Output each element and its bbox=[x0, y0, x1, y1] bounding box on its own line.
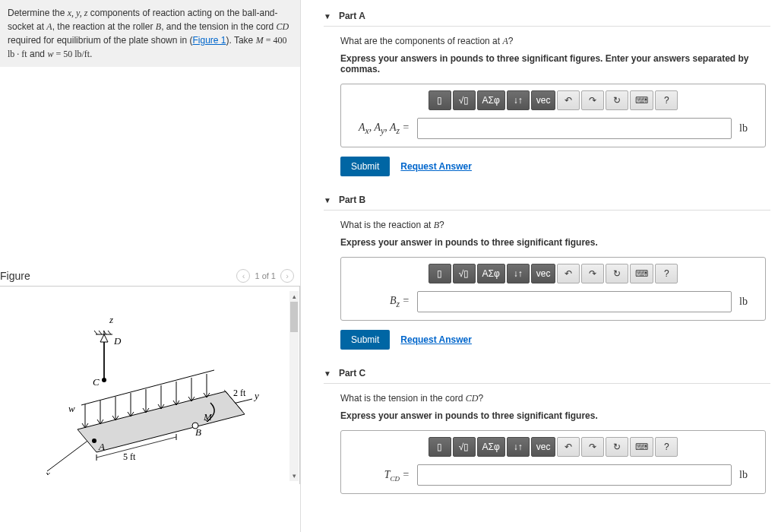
figure-counter: 1 of 1 bbox=[255, 271, 276, 280]
part-a-input-panel: ▯ √▯ ΑΣφ ↓↑ vec ↶ ↷ ↻ ⌨ ? Ax, Ay, Az = l… bbox=[340, 84, 766, 147]
figure-scrollbar[interactable]: ▴ ▾ bbox=[289, 291, 299, 481]
redo-button[interactable]: ↷ bbox=[581, 437, 604, 457]
figure-header: Figure ‹ 1 of 1 › bbox=[0, 264, 300, 287]
txt: and bbox=[27, 49, 48, 59]
label-C: C bbox=[93, 376, 100, 388]
sqrt-frac-button[interactable]: √▯ bbox=[453, 437, 476, 457]
dim-2ft: 2 ft bbox=[233, 388, 246, 398]
answer-row: Ax, Ay, Az = lb bbox=[349, 118, 757, 139]
answer-unit: lb bbox=[739, 296, 757, 308]
part-a-header[interactable]: ▼ Part A bbox=[324, 6, 770, 27]
answer-variable-label: TCD = bbox=[349, 469, 410, 481]
submit-button[interactable]: Submit bbox=[340, 157, 390, 176]
label-A: A bbox=[98, 441, 105, 452]
answer-input[interactable] bbox=[417, 291, 732, 312]
subscript-arrows-button[interactable]: ↓↑ bbox=[507, 264, 530, 283]
figure-svg: x y z D C w A B M 5 ft 2 ft bbox=[24, 300, 275, 475]
answer-input[interactable] bbox=[417, 464, 732, 486]
greek-button[interactable]: ΑΣφ bbox=[477, 264, 505, 283]
help-button[interactable]: ? bbox=[655, 264, 678, 283]
figure-container: x y z D C w A B M 5 ft 2 ft ▴ ▾ bbox=[0, 287, 300, 484]
undo-button[interactable]: ↶ bbox=[557, 90, 580, 110]
part-a-question: What are the components of reaction at A… bbox=[340, 36, 770, 47]
vec-button[interactable]: vec bbox=[531, 90, 556, 110]
part-b-body: What is the reaction at B? Express your … bbox=[324, 211, 770, 357]
greek-button[interactable]: ΑΣφ bbox=[477, 90, 505, 110]
template-button[interactable]: ▯ bbox=[429, 437, 451, 457]
svg-point-22 bbox=[92, 439, 96, 443]
label-D: D bbox=[113, 335, 122, 347]
vec-button[interactable]: vec bbox=[531, 264, 556, 283]
figure-nav: ‹ 1 of 1 › bbox=[236, 269, 294, 283]
label-M: M bbox=[203, 411, 213, 423]
answer-unit: lb bbox=[739, 469, 757, 481]
scroll-down-icon[interactable]: ▾ bbox=[289, 470, 299, 481]
part-b-title: Part B bbox=[339, 195, 365, 205]
template-button[interactable]: ▯ bbox=[429, 90, 451, 110]
fig-prev-button[interactable]: ‹ bbox=[236, 269, 250, 283]
reset-button[interactable]: ↻ bbox=[606, 437, 628, 457]
undo-button[interactable]: ↶ bbox=[557, 264, 580, 283]
subscript-arrows-button[interactable]: ↓↑ bbox=[507, 437, 530, 457]
part-b-header[interactable]: ▼ Part B bbox=[324, 190, 770, 211]
undo-button[interactable]: ↶ bbox=[557, 437, 580, 457]
svg-line-21 bbox=[108, 331, 111, 334]
answer-variable-label: Bz = bbox=[349, 295, 410, 309]
right-column: ▼ Part A What are the components of reac… bbox=[300, 0, 778, 532]
answer-variable-label: Ax, Ay, Az = bbox=[349, 122, 410, 136]
left-column: Determine the x, y, z components of reac… bbox=[0, 0, 300, 532]
axis-x-label: x bbox=[45, 468, 50, 475]
part-b-question: What is the reaction at B? bbox=[340, 220, 770, 231]
sqrt-frac-button[interactable]: √▯ bbox=[453, 264, 476, 283]
part-b-input-panel: ▯ √▯ ΑΣφ ↓↑ vec ↶ ↷ ↻ ⌨ ? Bz = lb bbox=[340, 257, 766, 321]
answer-input[interactable] bbox=[417, 118, 732, 139]
template-button[interactable]: ▯ bbox=[429, 264, 451, 283]
submit-button[interactable]: Submit bbox=[340, 330, 390, 350]
collapse-icon: ▼ bbox=[324, 369, 331, 378]
sqrt-frac-button[interactable]: √▯ bbox=[453, 90, 476, 110]
greek-button[interactable]: ΑΣφ bbox=[477, 437, 505, 457]
svg-marker-16 bbox=[100, 334, 108, 342]
subscript-arrows-button[interactable]: ↓↑ bbox=[507, 90, 530, 110]
figure-link[interactable]: Figure 1 bbox=[192, 35, 226, 46]
answer-toolbar: ▯ √▯ ΑΣφ ↓↑ vec ↶ ↷ ↻ ⌨ ? bbox=[349, 437, 757, 457]
scroll-thumb[interactable] bbox=[290, 302, 298, 332]
part-b-instructions: Express your answer in pounds to three s… bbox=[340, 237, 770, 248]
part-c-header[interactable]: ▼ Part C bbox=[324, 363, 770, 384]
part-c-instructions: Express your answer in pounds to three s… bbox=[340, 410, 770, 421]
reset-button[interactable]: ↻ bbox=[606, 90, 628, 110]
keyboard-button[interactable]: ⌨ bbox=[630, 90, 653, 110]
svg-line-18 bbox=[94, 331, 97, 334]
redo-button[interactable]: ↷ bbox=[581, 264, 604, 283]
svg-line-19 bbox=[99, 331, 102, 334]
keyboard-button[interactable]: ⌨ bbox=[630, 437, 653, 457]
part-c-body: What is the tension in the cord CD? Expr… bbox=[324, 384, 770, 502]
redo-button[interactable]: ↷ bbox=[581, 90, 604, 110]
help-button[interactable]: ? bbox=[655, 437, 678, 457]
txt: Determine the bbox=[8, 8, 68, 18]
txt: , the reaction at the roller bbox=[52, 21, 156, 32]
help-button[interactable]: ? bbox=[655, 90, 678, 110]
part-a-title: Part A bbox=[339, 11, 365, 21]
answer-toolbar: ▯ √▯ ΑΣφ ↓↑ vec ↶ ↷ ↻ ⌨ ? bbox=[349, 90, 757, 110]
label-B: B bbox=[195, 426, 201, 438]
svg-point-15 bbox=[102, 378, 106, 382]
submit-row: Submit Request Answer bbox=[340, 330, 770, 350]
keyboard-button[interactable]: ⌨ bbox=[630, 264, 653, 283]
request-answer-link[interactable]: Request Answer bbox=[400, 334, 472, 345]
axis-z-label: z bbox=[109, 314, 113, 325]
answer-toolbar: ▯ √▯ ΑΣφ ↓↑ vec ↶ ↷ ↻ ⌨ ? bbox=[349, 264, 757, 283]
submit-row: Submit Request Answer bbox=[340, 157, 770, 176]
reset-button[interactable]: ↻ bbox=[606, 264, 628, 283]
vec-button[interactable]: vec bbox=[531, 437, 556, 457]
txt: ). Take bbox=[226, 35, 256, 46]
request-answer-link[interactable]: Request Answer bbox=[400, 161, 472, 172]
part-c-question: What is the tension in the cord CD? bbox=[340, 393, 770, 404]
scroll-up-icon[interactable]: ▴ bbox=[289, 291, 299, 302]
fig-next-button[interactable]: › bbox=[280, 269, 294, 283]
part-c-title: Part C bbox=[339, 368, 365, 378]
txt: required for equilibrium of the plate sh… bbox=[8, 35, 192, 46]
part-a-body: What are the components of reaction at A… bbox=[324, 27, 770, 184]
part-c-input-panel: ▯ √▯ ΑΣφ ↓↑ vec ↶ ↷ ↻ ⌨ ? TCD = lb bbox=[340, 430, 766, 494]
dim-5ft: 5 ft bbox=[123, 451, 136, 462]
